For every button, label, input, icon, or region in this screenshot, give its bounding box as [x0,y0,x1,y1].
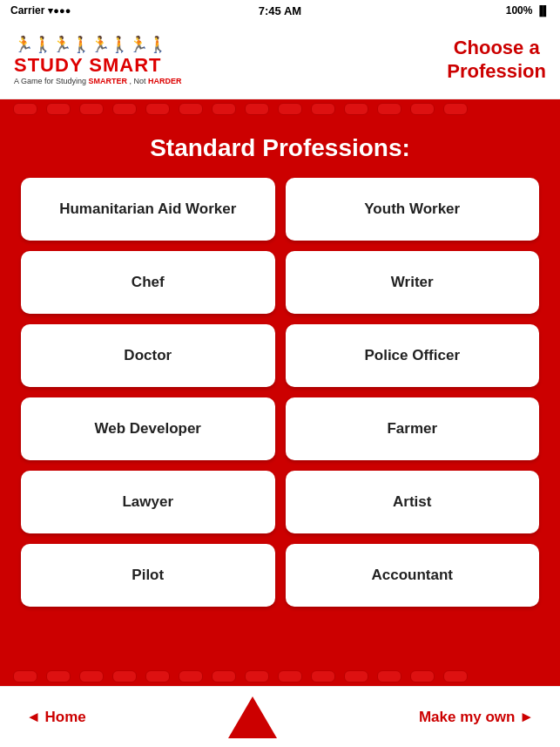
brick-stud [311,670,335,682]
page-title: Choose aProfession [447,37,546,83]
header: 🏃 🚶 🏃 🚶 🏃 🚶 🏃 🚶 STUDY SMART A Game for S… [0,21,560,99]
brick-stud [46,670,71,682]
status-left: Carrier ▾●●● [10,4,71,17]
brick-stud [13,103,37,115]
brick-stud [46,103,71,115]
main-content: Standard Professions: Humanitarian Aid W… [0,119,560,667]
brick-stud [179,103,203,115]
brick-stud [443,103,468,115]
brick-stud [311,103,335,115]
brick-stud [278,670,302,682]
figure-8: 🚶 [148,35,167,54]
professions-area: Standard Professions: Humanitarian Aid W… [0,119,560,667]
footer-logo [228,696,277,738]
brick-stud [79,670,104,682]
battery-label: 100% [506,4,533,17]
brick-stud [410,670,435,682]
home-label: ◄ Home [26,709,86,726]
profession-btn-police-officer[interactable]: Police Officer [286,324,540,387]
wifi-icon: ▾●●● [48,5,71,17]
logo-subtitle: A Game for Studying SMARTER , Not HARDER [14,77,182,85]
logo-area: 🏃 🚶 🏃 🚶 🏃 🚶 🏃 🚶 STUDY SMART A Game for S… [14,35,182,85]
profession-btn-doctor[interactable]: Doctor [21,324,275,387]
status-right: 100% ▐▌ [506,4,550,17]
brick-stud [145,670,170,682]
carrier-label: Carrier [10,4,44,17]
brick-stud [245,670,269,682]
profession-btn-artist[interactable]: Artist [286,471,540,533]
figure-7: 🏃 [129,35,148,54]
brick-stud [112,670,137,682]
brick-stud [443,670,468,682]
app-container: Carrier ▾●●● 7:45 AM 100% ▐▌ 🏃 🚶 🏃 🚶 🏃 🚶… [0,0,560,747]
figure-3: 🏃 [52,35,71,54]
profession-btn-humanitarian-aid-worker[interactable]: Humanitarian Aid Worker [21,178,275,241]
figure-1: 🏃 [14,35,33,54]
figure-5: 🏃 [91,35,110,54]
brick-stud [278,103,302,115]
profession-btn-pilot[interactable]: Pilot [21,544,275,607]
brick-stud [145,103,170,115]
logo-triangle-icon [228,696,277,738]
profession-btn-web-developer[interactable]: Web Developer [21,397,275,460]
profession-grid: Humanitarian Aid WorkerYouth WorkerChefW… [17,178,543,607]
make-own-button[interactable]: Make my own ► [419,709,534,726]
footer: ◄ Home Make my own ► [0,686,560,747]
brick-stud [179,670,203,682]
profession-btn-chef[interactable]: Chef [21,251,275,314]
brick-stud [212,103,236,115]
profession-btn-youth-worker[interactable]: Youth Worker [286,178,540,241]
make-own-label: Make my own ► [419,709,534,726]
profession-btn-accountant[interactable]: Accountant [286,544,540,607]
brick-stud [377,670,401,682]
profession-btn-lawyer[interactable]: Lawyer [21,471,275,533]
figure-4: 🚶 [71,35,91,54]
brick-stud [212,670,236,682]
logo-title: STUDY SMART [14,54,162,77]
brick-stud [410,103,435,115]
figure-6: 🚶 [110,35,129,54]
profession-btn-farmer[interactable]: Farmer [286,397,540,460]
brick-stud [344,103,368,115]
status-bar: Carrier ▾●●● 7:45 AM 100% ▐▌ [0,0,560,21]
brick-stud [79,103,104,115]
profession-btn-writer[interactable]: Writer [286,251,540,314]
brick-stud [112,103,137,115]
brick-stud [344,670,368,682]
home-button[interactable]: ◄ Home [26,709,86,726]
brick-stud [377,103,401,115]
bottom-brick-border [0,667,560,686]
figure-2: 🚶 [33,35,52,54]
battery-icon: ▐▌ [536,5,550,16]
brick-stud [245,103,269,115]
top-brick-border [0,99,560,119]
section-title: Standard Professions: [17,134,543,162]
brick-stud [13,670,37,682]
time-label: 7:45 AM [259,4,301,17]
logo-figures: 🏃 🚶 🏃 🚶 🏃 🚶 🏃 🚶 [14,35,167,54]
